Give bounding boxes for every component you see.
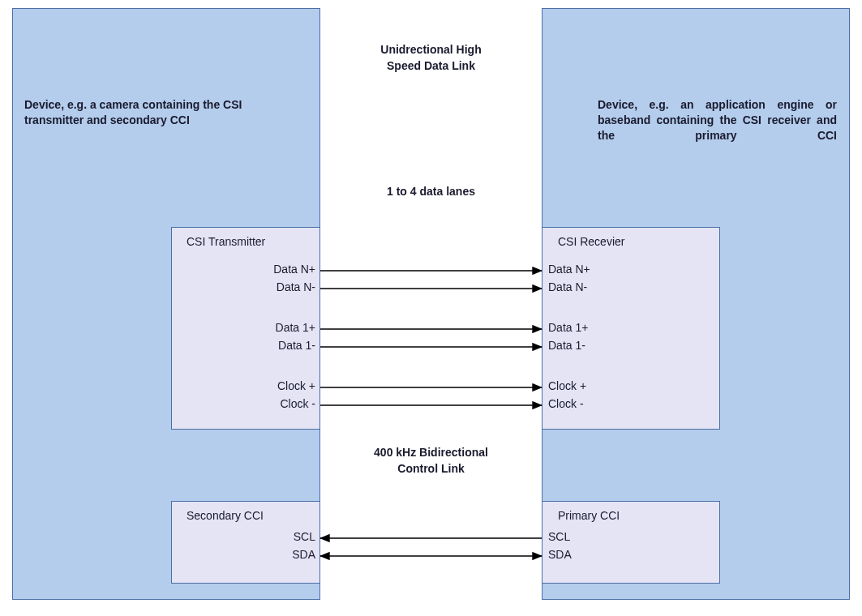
rx-signal-data-n-plus: Data N+ <box>548 263 645 276</box>
diagram-canvas: Device, e.g. a camera containing the CSI… <box>0 0 862 616</box>
rx-signal-clock-plus: Clock + <box>548 379 645 392</box>
rx-signal-clock-minus: Clock - <box>548 397 645 410</box>
center-label-ctrl-line1: 400 kHz Bidirectional <box>320 446 542 459</box>
right-device-description: Device, e.g. an application engine or ba… <box>598 97 837 143</box>
cci-left-sda: SDA <box>234 548 315 561</box>
rx-signal-data-n-minus: Data N- <box>548 280 645 293</box>
center-label-top-line2: Speed Data Link <box>320 59 542 72</box>
left-device-description: Device, e.g. a camera containing the CSI… <box>24 97 268 128</box>
rx-signal-data-1-minus: Data 1- <box>548 339 645 352</box>
cci-right-sda: SDA <box>548 548 645 561</box>
tx-signal-clock-minus: Clock - <box>234 397 315 410</box>
primary-cci-title: Primary CCI <box>558 509 620 522</box>
center-label-ctrl-line2: Control Link <box>320 462 542 475</box>
center-label-lanes: 1 to 4 data lanes <box>320 185 542 198</box>
rx-signal-data-1-plus: Data 1+ <box>548 321 645 334</box>
tx-signal-data-1-minus: Data 1- <box>234 339 315 352</box>
cci-left-scl: SCL <box>234 530 315 543</box>
secondary-cci-title: Secondary CCI <box>187 509 264 522</box>
csi-transmitter-title: CSI Transmitter <box>187 235 265 248</box>
tx-signal-data-n-plus: Data N+ <box>234 263 315 276</box>
tx-signal-clock-plus: Clock + <box>234 379 315 392</box>
tx-signal-data-1-plus: Data 1+ <box>234 321 315 334</box>
csi-receiver-title: CSI Recevier <box>558 235 624 248</box>
center-label-top-line1: Unidrectional High <box>320 43 542 56</box>
cci-right-scl: SCL <box>548 530 645 543</box>
tx-signal-data-n-minus: Data N- <box>234 280 315 293</box>
